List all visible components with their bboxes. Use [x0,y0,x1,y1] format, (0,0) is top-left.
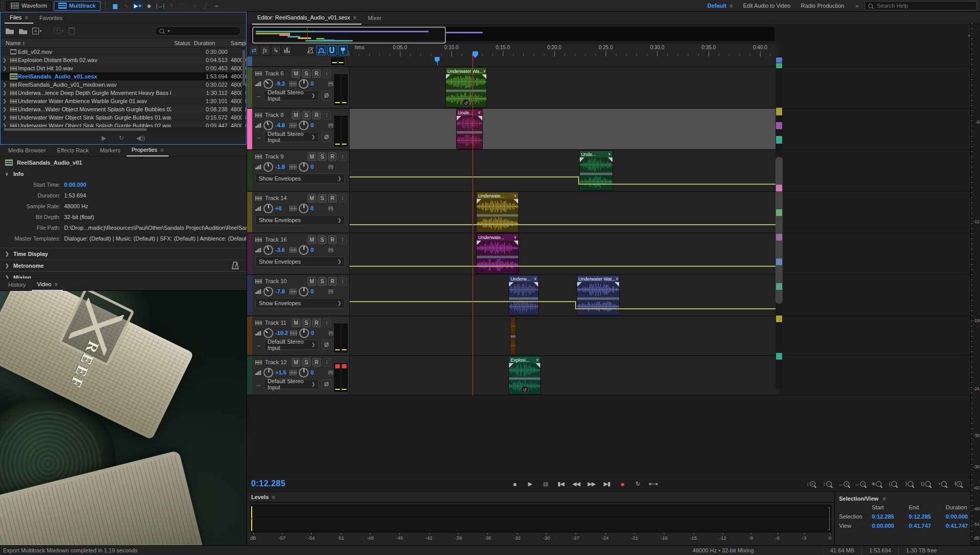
monitor-icon[interactable]: ((•)) [328,289,333,294]
phase-button[interactable]: Ø [321,340,332,350]
timeline-ruler[interactable]: hms 0:05.00:10.00:15.00:20.00:25.00:30.0… [348,44,778,56]
tab-favorites[interactable]: Favorites [34,12,68,23]
clip-title-bar[interactable]: Underwate...∨ [477,234,518,241]
pan-knob[interactable] [299,287,309,296]
track-name[interactable]: Track 6 [265,70,289,76]
volume-value[interactable]: -9.3 [275,81,288,87]
tab-video[interactable]: Video≡ [32,279,63,291]
phase-button[interactable]: Ø [321,90,332,101]
fade-out-handle[interactable] [482,74,486,79]
workspace-tab-radio-production[interactable]: Radio Production [795,3,849,9]
monitor-icon[interactable]: ((•)) [328,81,333,86]
files-horizontal-scrollbar[interactable] [1,127,246,132]
file-row[interactable]: ❯Underwa...Water Object Movement Splash … [1,105,246,113]
loop-playback-button[interactable]: ↻ [631,479,644,489]
fade-in-handle[interactable] [577,282,582,287]
volume-value[interactable]: -4.8 [275,122,288,128]
solo-button[interactable]: S [302,358,311,367]
track-header[interactable]: Track 10MSRI-7.80((•))Show Envelopes❯ [252,275,349,315]
mute-button[interactable]: M [292,111,300,120]
track-header[interactable]: Track 9MSRI-1.80((•))Show Envelopes❯ [252,150,349,191]
time-selection-tool-icon[interactable]: I [167,1,177,10]
file-row[interactable]: ❯Underwater Water Ambience Warble Gurgle… [1,97,246,105]
stop-button[interactable]: ■ [508,479,521,489]
fade-out-handle[interactable] [478,116,482,121]
file-row[interactable]: ❯Impact Dirt Hit 10.wav0:00.45348000 Hz [1,64,246,72]
volume-value[interactable]: +0 [275,205,288,211]
open-file-icon[interactable] [6,28,14,34]
pan-value[interactable]: 0 [311,164,323,170]
track-lane[interactable]: Underw...∨Underwater Wat...∨ [349,275,779,315]
pan-knob[interactable] [299,162,309,172]
tab-media-browser[interactable]: Media Browser [3,145,51,156]
selection-view-start[interactable]: 0:00.000 [872,523,909,529]
fast-forward-button[interactable]: ▶▶ [585,479,598,489]
mute-button[interactable]: M [308,152,316,161]
play-button[interactable]: ▶ [524,479,536,489]
track-lane[interactable]: Unde...∨ [349,109,779,149]
new-file-button[interactable]: +▾ [32,28,42,34]
section-time-display[interactable]: ❯Time Display [0,248,247,260]
input-selector[interactable]: Default Stereo Input❯ [264,340,319,350]
pan-knob[interactable] [299,204,309,213]
zoom-selection-button[interactable]: ⟨⟩ [920,479,932,489]
panel-menu-icon[interactable]: ≡ [54,281,57,287]
clip-menu-icon[interactable]: ∨ [534,276,537,281]
timed-record-button[interactable]: ◔ [936,479,948,489]
zoom-in-vertical-button[interactable]: ↕+ [805,479,817,489]
clip-indicator[interactable] [342,364,346,368]
audio-clip[interactable]: Underwater Wa...∨↺ [445,67,487,108]
volume-knob[interactable] [263,121,273,130]
marquee-tool-icon[interactable]: ⬚ [178,1,188,10]
workspace-tab-default[interactable]: Default≡ [702,3,738,9]
pan-value[interactable]: 0 [311,288,323,294]
show-envelopes-button[interactable]: Show Envelopes❯ [255,298,345,308]
show-envelopes-button[interactable]: Show Envelopes❯ [255,173,345,184]
rewind-button[interactable]: ◀◀ [570,479,582,489]
track-name[interactable]: Track 8 [265,112,289,118]
monitor-icon[interactable]: ((•)) [328,164,333,169]
selection-view-menu-icon[interactable]: ≡ [883,495,886,502]
column-status[interactable]: Status [174,40,194,46]
levels-menu-icon[interactable]: ≡ [272,494,275,500]
minimap-scroll-thumb[interactable] [775,157,783,304]
mixer-bars-icon[interactable] [282,45,292,55]
delete-icon[interactable] [69,27,75,35]
audio-clip[interactable]: Underwater Wat...∨ [577,275,620,315]
file-row[interactable]: ❯Underwa...ience Deep Depth Gurgle Movem… [1,89,246,97]
track-name[interactable]: Track 10 [265,278,304,284]
clip-stretch-icon[interactable]: ↺ [521,386,528,393]
toggle-arrows-icon[interactable]: ⇄ [249,45,259,55]
volume-knob[interactable] [263,162,273,172]
import-file-icon[interactable] [19,28,27,34]
track-minimap-scrollbar[interactable] [775,56,783,389]
pan-knob[interactable] [299,245,309,255]
preview-play-icon[interactable]: ▶ [101,134,106,142]
volume-value[interactable]: -7.8 [275,288,288,294]
monitor-input-button[interactable]: I [338,194,347,203]
skip-to-end-button[interactable]: ▶▮ [601,479,613,489]
track-lane[interactable]: Underwate...∨ [349,233,779,274]
input-selector[interactable]: Default Stereo Input❯ [264,90,319,101]
expand-icon[interactable]: ❯ [1,57,9,63]
file-row[interactable]: ❯Underwater Water Object Sink Splash Gur… [1,122,246,127]
clip-menu-icon[interactable]: ∨ [536,358,539,362]
arm-record-button[interactable]: R [328,277,337,286]
phase-button[interactable]: Ø [321,379,332,389]
clip-menu-icon[interactable]: ∨ [514,235,517,240]
monitor-input-button[interactable]: I [322,69,331,78]
razor-tool-icon[interactable]: ◆ [144,1,154,10]
pause-button[interactable]: ▮▮ [539,479,552,489]
clip-stretch-icon[interactable]: ↺ [462,99,470,107]
monitor-input-button[interactable]: I [338,152,347,161]
solo-button[interactable]: S [318,194,326,203]
fade-in-handle[interactable] [509,282,514,287]
volume-envelope[interactable] [350,224,779,225]
track-lane[interactable]: Underwater Wa...∨↺ [349,67,779,108]
clip-title-bar[interactable]: Explosi...∨ [509,356,540,363]
stopwatch-icon[interactable] [316,45,326,55]
video-track-lane[interactable] [346,56,776,66]
arm-record-button[interactable]: R [328,152,337,161]
pan-knob[interactable] [299,121,309,130]
volume-value[interactable]: +1.5 [275,369,288,375]
